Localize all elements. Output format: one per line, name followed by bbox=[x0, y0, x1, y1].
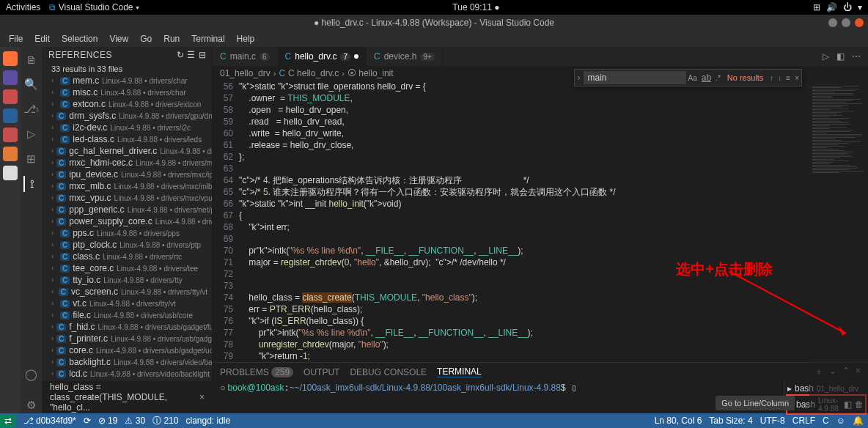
reference-item[interactable]: ›Cf_hid.c Linux-4.9.88 • drivers/usb/gad… bbox=[43, 321, 212, 333]
find-input[interactable] bbox=[584, 71, 686, 84]
menu-view[interactable]: View bbox=[105, 32, 133, 45]
menu-help[interactable]: Help bbox=[232, 32, 260, 45]
collapse-icon[interactable]: ⊟ bbox=[199, 50, 207, 60]
account-icon[interactable]: ◯ bbox=[23, 366, 40, 383]
scm-icon[interactable]: ⎇1 bbox=[23, 101, 40, 117]
reference-item[interactable]: ›Cmem.c Linux-4.9.88 • drivers/char bbox=[43, 75, 212, 86]
tab-size[interactable]: Tab Size: 4 bbox=[709, 416, 752, 426]
debug-icon[interactable]: ▷ bbox=[23, 126, 40, 142]
menu-selection[interactable]: Selection bbox=[57, 32, 102, 45]
reference-item[interactable]: ›Cppp_generic.c Linux-4.9.88 • drivers/n… bbox=[43, 204, 212, 215]
gear-icon[interactable]: ⚙ bbox=[23, 397, 40, 413]
reference-item[interactable]: ›Cpower_supply_core.c Linux-4.9.88 • dri… bbox=[43, 215, 212, 227]
clangd-status[interactable]: clangd: idle bbox=[185, 416, 230, 426]
dock-terminal[interactable] bbox=[3, 128, 18, 142]
run-icon[interactable]: ▷ bbox=[823, 51, 829, 62]
reference-item[interactable]: ›Cmisc.c Linux-4.9.88 • drivers/char bbox=[43, 86, 212, 98]
bell-icon[interactable]: 🔔 bbox=[853, 416, 864, 426]
reference-item[interactable]: ›Cptp_clock.c Linux-4.9.88 • drivers/ptp bbox=[43, 239, 212, 251]
reference-preview[interactable]: hello_class = class_create(THIS_MODULE, … bbox=[43, 381, 212, 413]
infos[interactable]: ⓘ 210 bbox=[152, 415, 178, 427]
reference-item[interactable]: ›Cfile.c Linux-4.9.88 • drivers/usb/core bbox=[43, 309, 212, 321]
menu-file[interactable]: File bbox=[4, 32, 27, 45]
maximize-button[interactable] bbox=[842, 18, 850, 27]
close-icon[interactable]: × bbox=[199, 392, 205, 402]
sound-icon[interactable]: 🔊 bbox=[826, 2, 837, 12]
menu-go[interactable]: Go bbox=[136, 32, 156, 45]
menubar: File Edit Selection View Go Run Terminal… bbox=[0, 31, 868, 47]
reference-item[interactable]: ›Cmxc_mlb.c Linux-4.9.88 • drivers/mxc/m… bbox=[43, 180, 212, 192]
refresh-icon[interactable]: ↻ bbox=[177, 50, 185, 60]
tab-problems[interactable]: PROBLEMS 259 bbox=[220, 367, 293, 377]
reference-item[interactable]: ›Cf_printer.c Linux-4.9.88 • drivers/usb… bbox=[43, 333, 212, 344]
caret-icon[interactable]: ▾ bbox=[858, 2, 862, 12]
reference-item[interactable]: ›Cvt.c Linux-4.9.88 • drivers/tty/vt bbox=[43, 298, 212, 309]
tab-terminal[interactable]: TERMINAL bbox=[437, 366, 482, 377]
lang-mode[interactable]: C bbox=[823, 416, 829, 426]
tab-device-h[interactable]: C device.h 9+ bbox=[367, 47, 443, 66]
reference-item[interactable]: ›Cpps.c Linux-4.9.88 • drivers/pps bbox=[43, 227, 212, 239]
regex-icon[interactable]: .* bbox=[713, 74, 723, 82]
whole-word-icon[interactable]: ab bbox=[699, 73, 713, 83]
network-icon[interactable]: ⊞ bbox=[813, 2, 820, 12]
reference-item[interactable]: ›Cgc_hal_kernel_driver.c Linux-4.9.88 • … bbox=[43, 145, 212, 157]
power-icon[interactable]: ⏻ bbox=[843, 2, 852, 12]
feedback-icon[interactable]: ☺ bbox=[836, 416, 845, 426]
menu-terminal[interactable]: Terminal bbox=[187, 32, 229, 45]
encoding[interactable]: UTF-8 bbox=[760, 416, 785, 426]
extensions-icon[interactable]: ⊞ bbox=[23, 151, 40, 167]
menu-run[interactable]: Run bbox=[159, 32, 184, 45]
references-icon[interactable]: ⟟ bbox=[23, 176, 40, 192]
reference-item[interactable]: ›Ctee_core.c Linux-4.9.88 • drivers/tee bbox=[43, 262, 212, 274]
find-toggle-icon[interactable]: › bbox=[575, 73, 584, 83]
dock-app3[interactable] bbox=[3, 166, 18, 180]
cursor-pos[interactable]: Ln 80, Col 6 bbox=[655, 416, 702, 426]
activities-button[interactable]: Activities bbox=[6, 2, 40, 12]
eol[interactable]: CRLF bbox=[792, 416, 815, 426]
app-indicator[interactable]: ⧉ Visual Studio Code ▾ bbox=[49, 2, 139, 12]
reference-item[interactable]: ›Cextcon.c Linux-4.9.88 • drivers/extcon bbox=[43, 98, 212, 110]
dock-firefox[interactable] bbox=[3, 51, 18, 66]
dock-app1[interactable] bbox=[3, 89, 18, 104]
reference-item[interactable]: ›Cvc_screen.c Linux-4.9.88 • drivers/tty… bbox=[43, 286, 212, 298]
reference-item[interactable]: ›Clcd.c Linux-4.9.88 • drivers/video/bac… bbox=[43, 368, 212, 380]
clear-icon[interactable]: ☰ bbox=[187, 50, 196, 60]
more-icon[interactable]: ⋯ bbox=[852, 51, 861, 62]
minimize-button[interactable] bbox=[828, 18, 837, 27]
dock-vscode[interactable] bbox=[3, 108, 18, 123]
errors[interactable]: ⊘ 19 bbox=[98, 416, 118, 426]
warnings[interactable]: ⚠ 30 bbox=[125, 416, 145, 426]
clock[interactable]: Tue 09:11 ● bbox=[139, 2, 813, 12]
tab-main-c[interactable]: C main.c 6 bbox=[213, 47, 278, 66]
tab-debug-console[interactable]: DEBUG CONSOLE bbox=[350, 367, 427, 377]
close-button[interactable] bbox=[855, 18, 864, 27]
find-selection-icon[interactable]: ≡ bbox=[784, 74, 792, 82]
split-icon[interactable]: ◧ bbox=[836, 51, 845, 62]
tab-hello-drv-c[interactable]: C hello_drv.c 7 bbox=[278, 47, 367, 66]
reference-item[interactable]: ›Ccore.c Linux-4.9.88 • drivers/usb/gadg… bbox=[43, 344, 212, 356]
close-find-icon[interactable]: × bbox=[792, 74, 801, 82]
reference-item[interactable]: ›Ci2c-dev.c Linux-4.9.88 • drivers/i2c bbox=[43, 122, 212, 133]
next-match-icon[interactable]: ↓ bbox=[776, 74, 784, 82]
reference-item[interactable]: ›Cmxc_hdmi-cec.c Linux-4.9.88 • drivers/… bbox=[43, 157, 212, 169]
explorer-icon[interactable]: 🗎 bbox=[23, 51, 40, 67]
reference-item[interactable]: ›Cmxc_vpu.c Linux-4.9.88 • drivers/mxc/v… bbox=[43, 192, 212, 204]
dock-files[interactable] bbox=[3, 70, 18, 85]
reference-item[interactable]: ›Cbacklight.c Linux-4.9.88 • drivers/vid… bbox=[43, 356, 212, 368]
reference-item[interactable]: ›Cclass.c Linux-4.9.88 • drivers/rtc bbox=[43, 251, 212, 262]
search-icon[interactable]: 🔍 bbox=[23, 76, 40, 92]
menu-edit[interactable]: Edit bbox=[30, 32, 54, 45]
prev-match-icon[interactable]: ↑ bbox=[768, 74, 776, 82]
reference-item[interactable]: ›Cipu_device.c Linux-4.9.88 • drivers/mx… bbox=[43, 169, 212, 180]
reference-item[interactable]: ›Cdrm_sysfs.c Linux-4.9.88 • drivers/gpu… bbox=[43, 110, 212, 122]
git-sync[interactable]: ⟳ bbox=[84, 416, 91, 426]
terminal[interactable]: ○ book@100ask:~~/100ask_imx6ull-sdk/Linu… bbox=[213, 381, 784, 416]
dock-app2[interactable] bbox=[3, 147, 18, 161]
match-case-icon[interactable]: Aa bbox=[686, 74, 699, 82]
reference-item[interactable]: ›Cled-class.c Linux-4.9.88 • drivers/led… bbox=[43, 133, 212, 145]
apps-grid-icon[interactable]: ⋮⋮⋮ bbox=[7, 415, 34, 425]
tab-output[interactable]: OUTPUT bbox=[304, 367, 339, 377]
code-editor[interactable]: 5657585960616263646566676869707172737475… bbox=[213, 81, 868, 362]
reference-item[interactable]: ›Ctty_io.c Linux-4.9.88 • drivers/tty bbox=[43, 274, 212, 286]
minimap[interactable] bbox=[809, 85, 868, 413]
